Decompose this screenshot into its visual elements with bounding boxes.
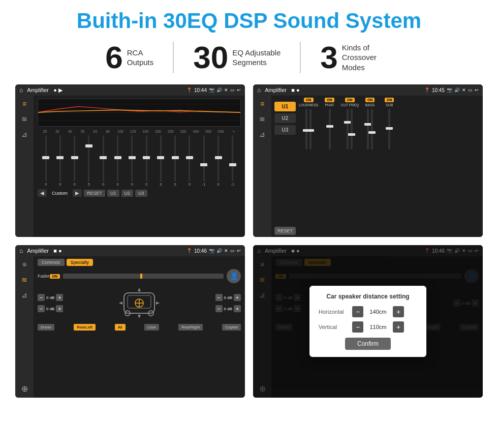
profile-icon[interactable]: 👤: [227, 269, 241, 283]
back-icon-1[interactable]: ↩: [237, 87, 241, 93]
eq-thumb-5[interactable]: [100, 156, 107, 159]
eq-thumb-1[interactable]: [42, 156, 49, 159]
eq-slider-col-13[interactable]: 0: [212, 135, 224, 186]
user-btn[interactable]: User: [144, 324, 159, 331]
home-icon-2[interactable]: ⌂: [257, 86, 261, 94]
wave-icon-3[interactable]: ≋: [21, 276, 27, 284]
phat-slider[interactable]: [329, 109, 331, 150]
status-bar-3: ⌂ Amplifier ■ ● 📍 10:46 📷 🔊 ✕ ▭ ↩: [15, 245, 245, 256]
wave-icon-2[interactable]: ≋: [259, 115, 265, 123]
eq-custom-btn[interactable]: Custom: [49, 190, 71, 197]
cutfreq-thumb-r[interactable]: [348, 133, 355, 136]
back-icon-3[interactable]: ↩: [237, 248, 241, 253]
cutfreq-slider-l[interactable]: [347, 109, 349, 150]
left-top-plus[interactable]: +: [56, 294, 63, 301]
eq-slider-col-9[interactable]: 0: [154, 135, 167, 186]
horizontal-minus-btn[interactable]: −: [352, 306, 363, 317]
phat-thumb[interactable]: [326, 125, 333, 128]
eq-slider-col-8[interactable]: 0: [140, 135, 152, 186]
common-tab[interactable]: Common: [38, 259, 65, 266]
eq-thumb-6[interactable]: [114, 156, 121, 159]
eq-thumb-12[interactable]: [200, 163, 207, 166]
home-icon-3[interactable]: ⌂: [19, 247, 23, 254]
eq-slider-col-7[interactable]: 0: [126, 135, 138, 186]
bass-thumb-l[interactable]: [364, 123, 371, 126]
home-icon-1[interactable]: ⌂: [19, 86, 23, 94]
eq-thumb-13[interactable]: [215, 156, 222, 159]
eq-next-btn[interactable]: ▶: [73, 189, 82, 197]
cutfreq-group: ON CUT FREQ: [341, 98, 359, 235]
right-top-plus[interactable]: +: [234, 294, 241, 301]
left-top-minus[interactable]: −: [38, 294, 45, 301]
eq-slider-col-12[interactable]: -1: [198, 135, 210, 186]
eq-slider-col-1[interactable]: 0: [40, 135, 52, 186]
eq-slider-col-5[interactable]: 0: [97, 135, 109, 186]
loudness-slider-r[interactable]: [309, 109, 312, 150]
expand-icon-3[interactable]: ⊕: [21, 384, 28, 394]
wave-icon[interactable]: ≋: [21, 115, 27, 123]
vertical-plus-btn[interactable]: +: [393, 321, 404, 333]
eq-thumb-8[interactable]: [143, 156, 150, 159]
all-btn[interactable]: All: [115, 324, 126, 331]
eq-thumb-9[interactable]: [157, 156, 164, 159]
left-bot-minus[interactable]: −: [38, 305, 45, 312]
spk-icon[interactable]: ⊿: [21, 130, 27, 138]
eq-slider-col-10[interactable]: 0: [169, 135, 181, 186]
eq-slider-col-14[interactable]: -1: [227, 135, 239, 186]
sub-slider[interactable]: [388, 109, 390, 150]
eq-reset-btn[interactable]: RESET: [84, 190, 105, 197]
eq-slider-col-11[interactable]: 0: [183, 135, 196, 186]
amp-reset-btn[interactable]: RESET: [274, 227, 296, 235]
rearleft-btn[interactable]: RearLeft: [74, 324, 96, 331]
back-icon-2[interactable]: ↩: [475, 87, 479, 93]
eq-u1-btn[interactable]: U1: [107, 190, 119, 197]
right-top-minus[interactable]: −: [215, 294, 223, 301]
u2-btn[interactable]: U2: [274, 113, 296, 123]
eq-slider-col-2[interactable]: 0: [54, 135, 66, 186]
eq-u3-btn[interactable]: U3: [135, 190, 147, 197]
cutfreq-thumb-l[interactable]: [344, 121, 351, 124]
right-bot-minus[interactable]: −: [215, 305, 223, 312]
sidebar-2: ≡ ≋ ⊿: [253, 96, 271, 237]
eq-thumb-14[interactable]: [229, 163, 236, 166]
eq-slider-col-3[interactable]: 0: [69, 135, 81, 186]
eq-prev-btn[interactable]: ◀: [38, 189, 47, 197]
eq-thumb-3[interactable]: [71, 156, 78, 159]
loudness-thumb-r[interactable]: [307, 129, 314, 132]
eq-track-8: [146, 135, 147, 182]
u3-btn[interactable]: U3: [274, 125, 296, 135]
u1-btn[interactable]: U1: [274, 102, 296, 111]
eq-slider-col-4[interactable]: 5: [83, 135, 95, 186]
specialty-tab[interactable]: Specialty: [67, 259, 94, 266]
spk-icon-3[interactable]: ⊿: [21, 291, 27, 299]
eq-icon-3[interactable]: ≡: [22, 260, 26, 268]
copilot-btn[interactable]: Copilot: [222, 324, 241, 331]
sub-thumb[interactable]: [386, 127, 393, 130]
horizontal-label: Horizontal: [319, 309, 349, 315]
horizontal-plus-btn[interactable]: +: [393, 306, 404, 317]
confirm-button[interactable]: Confirm: [345, 338, 391, 350]
eq-u2-btn[interactable]: U2: [121, 190, 134, 197]
right-bot-plus[interactable]: +: [234, 305, 241, 312]
bass-thumb-r[interactable]: [368, 131, 376, 134]
eq-thumb-11[interactable]: [186, 156, 193, 159]
eq-val-11: 0: [189, 183, 191, 186]
left-bot-plus[interactable]: +: [56, 305, 63, 312]
bass-slider-l[interactable]: [367, 109, 369, 150]
eq-slider-col-6[interactable]: 0: [111, 135, 123, 186]
eq-icon-2[interactable]: ≡: [260, 100, 264, 108]
vertical-minus-btn[interactable]: −: [352, 321, 363, 333]
bass-slider-r[interactable]: [371, 109, 373, 150]
eq-thumb-7[interactable]: [129, 156, 136, 159]
fader-row: Fader ON 👤: [38, 269, 241, 283]
eq-thumb-4[interactable]: [85, 144, 92, 147]
fader-slider[interactable]: [63, 274, 224, 279]
eq-icon[interactable]: ≡: [22, 100, 26, 108]
rearright-btn[interactable]: RearRight: [178, 324, 203, 331]
cutfreq-slider-r[interactable]: [351, 109, 353, 150]
eq-val-6: 0: [117, 183, 119, 186]
driver-btn[interactable]: Driver: [38, 324, 54, 331]
eq-thumb-2[interactable]: [56, 156, 64, 159]
spk-icon-2[interactable]: ⊿: [259, 130, 265, 138]
eq-thumb-10[interactable]: [172, 156, 179, 159]
